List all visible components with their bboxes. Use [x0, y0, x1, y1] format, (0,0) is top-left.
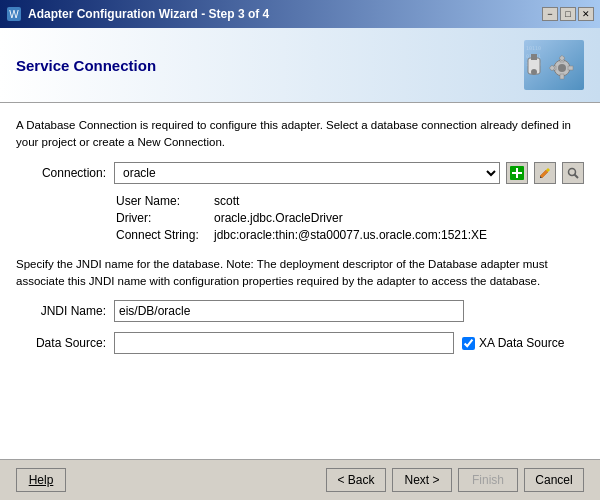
wizard-header: Service Connection 10110 01001 11010 [0, 28, 600, 103]
connect-string-row: Connect String: jdbc:oracle:thin:@sta000… [116, 228, 584, 242]
help-button[interactable]: Help [16, 468, 66, 492]
svg-point-7 [558, 64, 566, 72]
minimize-button[interactable]: − [542, 7, 558, 21]
title-bar-left: W Adapter Configuration Wizard - Step 3 … [6, 6, 269, 22]
close-button[interactable]: ✕ [578, 7, 594, 21]
search-connection-button[interactable] [562, 162, 584, 184]
wizard-content: A Database Connection is required to con… [0, 103, 600, 459]
description-text: A Database Connection is required to con… [16, 117, 584, 152]
svg-rect-9 [560, 74, 564, 79]
jndi-name-row: JNDI Name: [16, 300, 584, 322]
connection-label: Connection: [16, 166, 106, 180]
xa-datasource-checkbox-row: XA Data Source [462, 336, 564, 350]
svg-text:W: W [9, 9, 19, 20]
maximize-button[interactable]: □ [560, 7, 576, 21]
data-source-label: Data Source: [16, 336, 106, 350]
svg-rect-15 [531, 54, 534, 60]
data-source-row: Data Source: XA Data Source [16, 332, 584, 354]
next-button[interactable]: Next > [392, 468, 452, 492]
connection-select[interactable]: oracle [114, 162, 500, 184]
pencil-icon [538, 166, 552, 180]
driver-value: oracle.jdbc.OracleDriver [214, 211, 343, 225]
wizard-body: Service Connection 10110 01001 11010 [0, 28, 600, 500]
jndi-name-label: JNDI Name: [16, 304, 106, 318]
driver-label: Driver: [116, 211, 206, 225]
xa-datasource-label[interactable]: XA Data Source [479, 336, 564, 350]
add-connection-button[interactable] [506, 162, 528, 184]
title-bar: W Adapter Configuration Wizard - Step 3 … [0, 0, 600, 28]
svg-rect-16 [534, 54, 537, 60]
wrench-icon [566, 166, 580, 180]
title-bar-controls: − □ ✕ [542, 7, 594, 21]
detail-section: User Name: scott Driver: oracle.jdbc.Ora… [116, 194, 584, 242]
connection-row: Connection: oracle [16, 162, 584, 184]
footer-left: Help [16, 468, 66, 492]
edit-connection-button[interactable] [534, 162, 556, 184]
svg-point-17 [531, 69, 537, 75]
jndi-description: Specify the JNDI name for the database. … [16, 256, 584, 291]
title-bar-title: Adapter Configuration Wizard - Step 3 of… [28, 7, 269, 21]
finish-button[interactable]: Finish [458, 468, 518, 492]
username-label: User Name: [116, 194, 206, 208]
wizard-icon: W [6, 6, 22, 22]
data-source-input[interactable] [114, 332, 454, 354]
driver-row: Driver: oracle.jdbc.OracleDriver [116, 211, 584, 225]
username-row: User Name: scott [116, 194, 584, 208]
gear-icon: 10110 01001 11010 [524, 40, 584, 90]
jndi-name-input[interactable] [114, 300, 464, 322]
header-icon-area: 10110 01001 11010 [524, 40, 584, 90]
wizard-header-title: Service Connection [16, 57, 156, 74]
username-value: scott [214, 194, 239, 208]
svg-text:10110: 10110 [526, 45, 541, 51]
wizard-footer: Help < Back Next > Finish Cancel [0, 459, 600, 500]
connect-string-value: jdbc:oracle:thin:@sta00077.us.oracle.com… [214, 228, 487, 242]
footer-right: < Back Next > Finish Cancel [326, 468, 584, 492]
xa-datasource-checkbox[interactable] [462, 337, 475, 350]
svg-rect-11 [568, 66, 573, 70]
back-button[interactable]: < Back [326, 468, 386, 492]
plus-icon [510, 166, 524, 180]
svg-rect-20 [512, 172, 522, 174]
cancel-button[interactable]: Cancel [524, 468, 584, 492]
connection-controls: oracle [114, 162, 584, 184]
connect-string-label: Connect String: [116, 228, 206, 242]
